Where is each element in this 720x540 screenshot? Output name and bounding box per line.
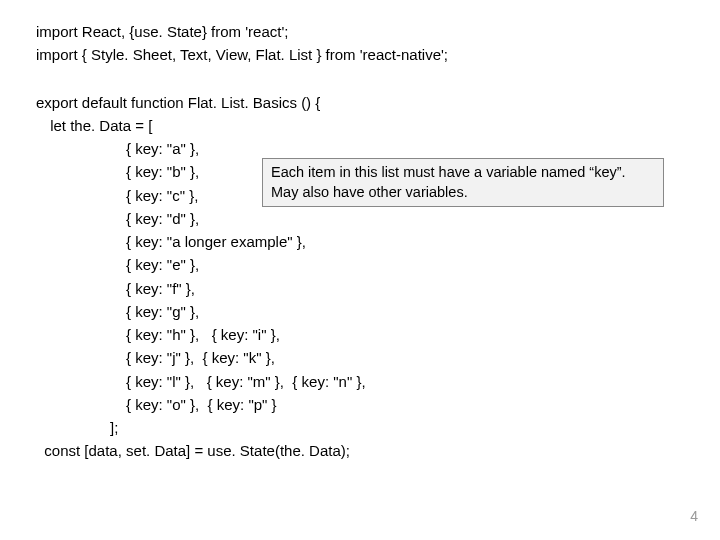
code-line: { key: "e" }, xyxy=(36,253,684,276)
code-line: { key: "a" }, xyxy=(36,137,684,160)
code-line: { key: "g" }, xyxy=(36,300,684,323)
code-line: { key: "d" }, xyxy=(36,207,684,230)
callout-line: May also have other variables. xyxy=(271,183,655,203)
code-line: let the. Data = [ xyxy=(36,114,684,137)
code-line: const [data, set. Data] = use. State(the… xyxy=(36,439,684,462)
code-line: export default function Flat. List. Basi… xyxy=(36,91,684,114)
code-line: import { Style. Sheet, Text, View, Flat.… xyxy=(36,43,684,66)
page-number: 4 xyxy=(690,508,698,524)
code-line: ]; xyxy=(36,416,684,439)
code-line: { key: "f" }, xyxy=(36,277,684,300)
slide-content: import React, {use. State} from 'react';… xyxy=(0,0,720,483)
annotation-callout: Each item in this list must have a varia… xyxy=(262,158,664,207)
code-line: { key: "o" }, { key: "p" } xyxy=(36,393,684,416)
code-line: { key: "j" }, { key: "k" }, xyxy=(36,346,684,369)
callout-line: Each item in this list must have a varia… xyxy=(271,163,655,183)
code-line: { key: "h" }, { key: "i" }, xyxy=(36,323,684,346)
code-line: { key: "l" }, { key: "m" }, { key: "n" }… xyxy=(36,370,684,393)
code-line: import React, {use. State} from 'react'; xyxy=(36,20,684,43)
code-line: { key: "a longer example" }, xyxy=(36,230,684,253)
